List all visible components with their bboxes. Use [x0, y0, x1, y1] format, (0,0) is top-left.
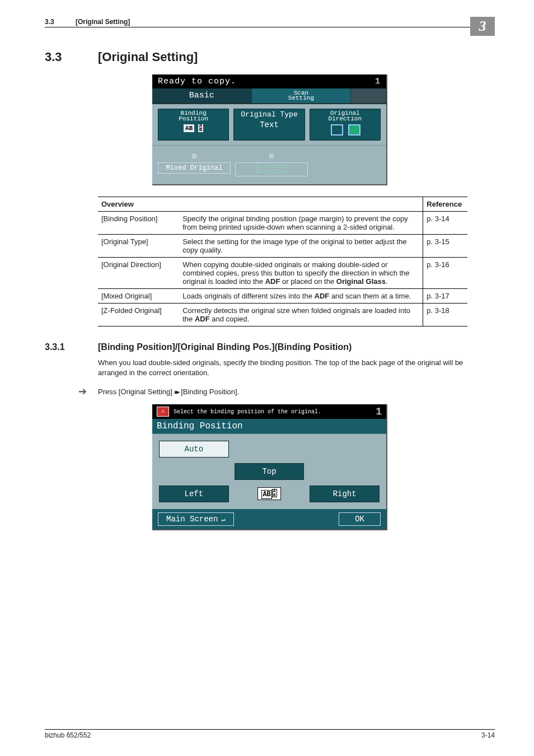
- th-reference: Reference: [423, 197, 467, 212]
- panel1-row2: ▤ Mixed Original ▤ Z-FoldedOriginal: [152, 146, 386, 185]
- row-desc: Correctly detects the original size when…: [179, 304, 423, 326]
- step-text-post: [Binding Position].: [181, 388, 239, 396]
- running-header: 3.3 [Original Setting]: [45, 18, 495, 27]
- mixed-original-label: Mixed Original: [158, 162, 231, 174]
- overview-table: Overview Reference [Binding Position] Sp…: [98, 197, 467, 326]
- ok-button[interactable]: OK: [339, 512, 381, 526]
- orig-direction-icon-1: [331, 124, 343, 136]
- row-name: [Original Type]: [98, 235, 179, 258]
- binding-position-label: BindingPosition: [160, 110, 227, 122]
- left-button[interactable]: Left: [159, 486, 229, 502]
- return-arrow-icon: ↵: [221, 515, 225, 524]
- panel2-status-bar: ⚠ Select the binding position of the ori…: [152, 404, 386, 419]
- right-button[interactable]: Right: [310, 486, 380, 502]
- original-direction-label: OriginalDirection: [311, 110, 379, 122]
- subsection-number: 3.3.1: [45, 342, 98, 352]
- table-row: [Binding Position] Specify the original …: [98, 212, 467, 235]
- row-ref: p. 3-15: [423, 235, 467, 258]
- header-section-title: [Original Setting]: [76, 18, 130, 26]
- heading-title: [Original Setting]: [98, 50, 198, 64]
- top-button[interactable]: Top: [235, 463, 305, 480]
- panel1-tabs: Basic Scan Setting: [152, 88, 386, 104]
- binding-preview: ABAB: [235, 486, 305, 502]
- z-folded-label: Z-FoldedOriginal: [235, 162, 308, 177]
- panel1-copy-count: 1: [375, 77, 381, 86]
- row-name: [Original Direction]: [98, 258, 179, 289]
- panel2-body: Auto Top Left ABAB Right: [152, 434, 386, 509]
- main-screen-label: Main Screen: [166, 515, 218, 524]
- original-direction-button[interactable]: OriginalDirection: [310, 109, 381, 141]
- sequence-arrow-icon: ▸▸: [175, 388, 179, 396]
- panel1-status-text: Ready to copy.: [158, 77, 236, 86]
- binding-preview-icon: ABAB: [257, 487, 280, 500]
- original-type-button[interactable]: Original Type Text: [233, 109, 305, 141]
- header-section-number: 3.3: [45, 18, 76, 26]
- warning-icon: ⚠: [157, 407, 169, 417]
- control-panel-screenshot-2: ⚠ Select the binding position of the ori…: [152, 404, 387, 530]
- original-type-label: Original Type: [235, 111, 303, 118]
- step-arrow-icon: ➔: [78, 385, 98, 398]
- control-panel-screenshot-1: Ready to copy. 1 Basic Scan Setting Bind…: [152, 74, 387, 185]
- tab-scan-setting[interactable]: Scan Setting: [252, 88, 352, 104]
- z-folded-icon: ▤: [235, 150, 308, 162]
- binding-position-icon: AB: [184, 124, 194, 132]
- row-name: [Mixed Original]: [98, 289, 179, 304]
- subsection-body: When you load double-sided originals, sp…: [98, 358, 467, 377]
- row-desc: When copying double-sided originals or m…: [179, 258, 423, 289]
- binding-position-icon-2: AB: [198, 124, 203, 132]
- panel2-title: Binding Position: [152, 419, 386, 434]
- row-desc: Loads originals of different sizes into …: [179, 289, 423, 304]
- table-row: [Z-Folded Original] Correctly detects th…: [98, 304, 467, 326]
- z-folded-original-button[interactable]: ▤ Z-FoldedOriginal: [235, 150, 308, 177]
- table-row: [Original Direction] When copying double…: [98, 258, 467, 289]
- row-ref: p. 3-16: [423, 258, 467, 289]
- th-overview: Overview: [98, 197, 423, 212]
- orig-direction-icon-2: [348, 124, 360, 136]
- step-text-pre: Press [Original Setting]: [98, 388, 175, 396]
- panel1-row1: BindingPosition AB AB Original Type Text…: [152, 104, 386, 146]
- procedure-step: ➔ Press [Original Setting] ▸▸ [Binding P…: [78, 385, 495, 398]
- section-heading: 3.3 [Original Setting]: [45, 50, 495, 64]
- row-desc: Select the setting for the image type of…: [179, 235, 423, 258]
- original-type-value: Text: [235, 120, 303, 129]
- tab-basic[interactable]: Basic: [152, 88, 252, 104]
- row-ref: p. 3-14: [423, 212, 467, 235]
- main-screen-button[interactable]: Main Screen ↵: [158, 512, 234, 526]
- tab-blank: [351, 88, 386, 104]
- panel2-footer: Main Screen ↵ OK: [152, 509, 386, 529]
- mixed-original-button[interactable]: ▤ Mixed Original: [158, 150, 231, 177]
- panel2-prompt: Select the binding position of the origi…: [174, 409, 321, 415]
- page-footer: bizhub 652/552 3-14: [45, 729, 495, 739]
- heading-number: 3.3: [45, 50, 98, 64]
- row-name: [Z-Folded Original]: [98, 304, 179, 326]
- subsection-heading: 3.3.1 [Binding Position]/[Original Bindi…: [45, 342, 495, 352]
- panel1-status-bar: Ready to copy. 1: [152, 74, 386, 88]
- panel2-copy-count: 1: [376, 406, 382, 417]
- tab-scan-line2: Setting: [288, 95, 314, 101]
- footer-model: bizhub 652/552: [45, 731, 91, 739]
- table-row: [Mixed Original] Loads originals of diff…: [98, 289, 467, 304]
- chapter-number-tab: 3: [470, 17, 495, 36]
- footer-page: 3-14: [481, 731, 495, 739]
- row-ref: p. 3-18: [423, 304, 467, 326]
- row-desc: Specify the original binding position (p…: [179, 212, 423, 235]
- row-ref: p. 3-17: [423, 289, 467, 304]
- binding-position-button[interactable]: BindingPosition AB AB: [158, 109, 229, 141]
- auto-button[interactable]: Auto: [159, 441, 229, 458]
- table-row: [Original Type] Select the setting for t…: [98, 235, 467, 258]
- mixed-original-icon: ▤: [158, 150, 231, 162]
- row-name: [Binding Position]: [98, 212, 179, 235]
- subsection-title: [Binding Position]/[Original Binding Pos…: [98, 342, 352, 352]
